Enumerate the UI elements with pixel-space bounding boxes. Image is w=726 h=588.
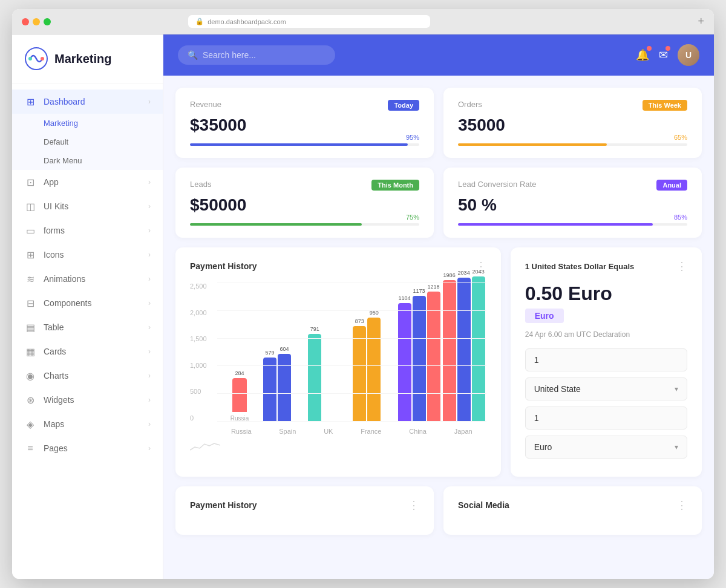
currency-select[interactable]: Euro ▾ bbox=[525, 436, 687, 459]
chevron-icon: › bbox=[148, 444, 151, 452]
sidebar-item-label: UI Kits bbox=[44, 201, 68, 211]
sidebar-item-table[interactable]: ▤ Table › bbox=[12, 315, 163, 339]
mail-badge bbox=[666, 46, 670, 51]
chevron-icon: › bbox=[148, 347, 151, 356]
maximize-button[interactable] bbox=[44, 18, 51, 25]
chevron-icon: › bbox=[148, 97, 151, 106]
sidebar-item-label: Icons bbox=[44, 250, 64, 260]
conversion-value: 50 % bbox=[458, 195, 687, 215]
orders-progress-bar bbox=[458, 143, 607, 146]
chevron-icon: › bbox=[148, 202, 151, 211]
sidebar-item-pages[interactable]: ≡ Pages › bbox=[12, 436, 163, 460]
bar-russia bbox=[232, 378, 247, 412]
chevron-icon: › bbox=[148, 396, 151, 404]
sidebar: Marketing ⊞ Dashboard › Marketing Defaul… bbox=[12, 34, 163, 579]
bar-uk1 bbox=[308, 334, 321, 422]
chevron-icon: › bbox=[148, 371, 151, 380]
revenue-progress: 95% bbox=[190, 143, 419, 146]
sidebar-item-uikits[interactable]: ◫ UI Kits › bbox=[12, 194, 163, 218]
svg-point-2 bbox=[41, 57, 44, 60]
y-label: 500 bbox=[190, 388, 207, 395]
bars-container: 284 Russia 579 bbox=[217, 283, 486, 440]
avatar[interactable]: U bbox=[678, 44, 699, 66]
sidebar-item-maps[interactable]: ◈ Maps › bbox=[12, 412, 163, 436]
submenu-default[interactable]: Default bbox=[12, 132, 163, 151]
search-input[interactable] bbox=[203, 50, 325, 60]
revenue-label: Revenue bbox=[190, 100, 221, 109]
address-bar[interactable]: 🔒 demo.dashboardpack.com bbox=[188, 15, 430, 28]
browser-window: 🔒 demo.dashboardpack.com + Marketing bbox=[12, 9, 714, 579]
revenue-percent: 95% bbox=[406, 134, 419, 141]
currency-value: 0.50 Euro bbox=[525, 283, 687, 305]
footer-social-menu-icon[interactable]: ⋮ bbox=[676, 498, 687, 512]
currency-card: 1 United States Dollar Equals ⋮ 0.50 Eur… bbox=[511, 247, 702, 477]
sidebar-item-label: Table bbox=[44, 322, 64, 332]
chevron-icon: › bbox=[148, 299, 151, 307]
sidebar-item-dashboard[interactable]: ⊞ Dashboard › bbox=[12, 90, 163, 114]
cards-icon: ▦ bbox=[24, 345, 36, 358]
submenu-dark-menu[interactable]: Dark Menu bbox=[12, 151, 163, 170]
top-bar: 🔍 🔔 ✉ U bbox=[163, 34, 714, 76]
sidebar-item-label: Cards bbox=[44, 347, 66, 356]
sidebar-item-label: Maps bbox=[44, 419, 64, 429]
main-content: 🔍 🔔 ✉ U bbox=[163, 34, 714, 579]
country-select[interactable]: United State ▾ bbox=[525, 377, 687, 400]
sidebar-item-label: App bbox=[44, 177, 59, 187]
sidebar-item-animations[interactable]: ≋ Animations › bbox=[12, 267, 163, 291]
sidebar-item-cards[interactable]: ▦ Cards › bbox=[12, 339, 163, 364]
app-layout: Marketing ⊞ Dashboard › Marketing Defaul… bbox=[12, 34, 714, 579]
revenue-card: Revenue Today $35000 95% bbox=[175, 88, 434, 158]
sidebar-item-label: Dashboard bbox=[44, 97, 85, 106]
chevron-icon: › bbox=[148, 178, 151, 186]
chart-footer-icon bbox=[190, 441, 486, 456]
orders-value: 35000 bbox=[458, 116, 687, 135]
currency-title: 1 United States Dollar Equals bbox=[525, 262, 635, 271]
sidebar-item-app[interactable]: ⊡ App › bbox=[12, 170, 163, 194]
chevron-icon: › bbox=[148, 226, 151, 235]
bar-japan1 bbox=[443, 280, 456, 422]
bar-france1 bbox=[353, 326, 366, 422]
sidebar-item-icons[interactable]: ⊞ Icons › bbox=[12, 243, 163, 267]
search-box[interactable]: 🔍 bbox=[178, 45, 335, 65]
new-tab-button[interactable]: + bbox=[698, 15, 704, 28]
bar-spain2 bbox=[278, 354, 291, 422]
currency-input1[interactable] bbox=[525, 348, 687, 371]
sidebar-logo: Marketing bbox=[12, 34, 163, 83]
currency-input2[interactable] bbox=[525, 407, 687, 430]
conversion-badge: Anual bbox=[656, 180, 687, 191]
bar-china2 bbox=[413, 296, 426, 422]
logo-text: Marketing bbox=[54, 52, 111, 66]
country-select-value: United State bbox=[534, 384, 581, 394]
sidebar-item-charts[interactable]: ◉ Charts › bbox=[12, 364, 163, 388]
conversion-progress: 85% bbox=[458, 223, 687, 226]
leads-percent: 75% bbox=[406, 214, 419, 221]
components-icon: ⊟ bbox=[24, 297, 36, 309]
sidebar-item-components[interactable]: ⊟ Components › bbox=[12, 291, 163, 315]
animations-icon: ≋ bbox=[24, 273, 36, 285]
currency-menu-icon[interactable]: ⋮ bbox=[676, 260, 687, 273]
leads-card: Leads This Month $50000 75% bbox=[175, 168, 434, 238]
browser-chrome: 🔒 demo.dashboardpack.com + bbox=[12, 9, 714, 34]
mail-icon[interactable]: ✉ bbox=[659, 48, 668, 62]
y-axis-labels: 2,500 2,000 1,500 1,000 500 0 bbox=[190, 283, 207, 422]
minimize-button[interactable] bbox=[33, 18, 40, 25]
leads-label: Leads bbox=[190, 180, 211, 189]
bar-chart-area: 2,500 2,000 1,500 1,000 500 0 284 bbox=[190, 283, 486, 440]
orders-progress: 65% bbox=[458, 143, 687, 146]
y-label: 1,500 bbox=[190, 335, 207, 342]
sidebar-item-label: Components bbox=[44, 298, 91, 308]
sidebar-nav: ⊞ Dashboard › Marketing Default Dark Men… bbox=[12, 83, 163, 579]
sidebar-item-widgets[interactable]: ⊛ Widgets › bbox=[12, 388, 163, 412]
currency-date: 24 Apr 6.00 am UTC Declaration bbox=[525, 330, 687, 339]
footer-payment-menu-icon[interactable]: ⋮ bbox=[408, 498, 419, 512]
notification-icon[interactable]: 🔔 bbox=[636, 48, 649, 62]
bar-spain1 bbox=[263, 358, 276, 422]
submenu-marketing[interactable]: Marketing bbox=[12, 114, 163, 132]
sidebar-item-forms[interactable]: ▭ forms › bbox=[12, 218, 163, 243]
traffic-lights bbox=[22, 18, 51, 25]
close-button[interactable] bbox=[22, 18, 29, 25]
bar-group-uk: 791 bbox=[307, 326, 352, 422]
top-bar-right: 🔔 ✉ U bbox=[636, 44, 699, 66]
bar-china3 bbox=[427, 292, 440, 422]
dashboard-body: Revenue Today $35000 95% Orders bbox=[163, 76, 714, 547]
